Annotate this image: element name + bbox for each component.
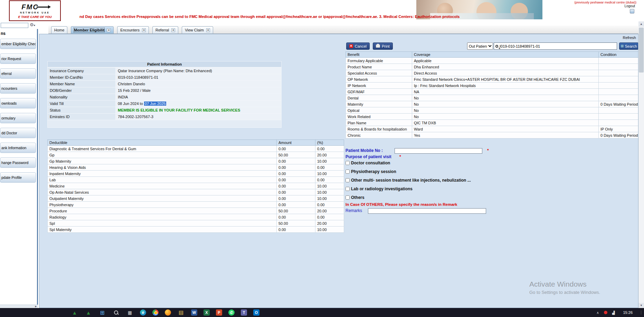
vertical-scrollbar[interactable]: ▲ ▼ xyxy=(638,21,644,308)
tab-bar: Home Member Eligibilit ✕ Encounters ✕ Re… xyxy=(48,26,638,34)
chevron-down-icon: ▾ xyxy=(34,24,35,27)
scrollbar-thumb[interactable] xyxy=(639,28,644,73)
file-explorer-icon[interactable]: ▤ xyxy=(177,309,185,316)
patient-info-empty-row xyxy=(47,120,282,128)
tab-view-claim[interactable]: View Claim ✕ xyxy=(182,26,213,33)
visit-option-checkbox[interactable] xyxy=(345,187,350,191)
logo-tagline: E TAKE CARE OF YOU xyxy=(18,15,51,19)
benefit-row: Chronic Yes 0 Days Waiting Period xyxy=(346,132,638,138)
patient-info-row-emirates: Emirates ID 784-2002-1207567-3 xyxy=(48,114,282,120)
outlook-icon[interactable]: O xyxy=(253,309,259,316)
chrome-icon[interactable] xyxy=(152,309,159,316)
sidebar-item[interactable]: ank Information xyxy=(0,143,36,153)
Diagnostic & Treatment Services For Dental & Gum: Diagnostic & Treatment Services For Dent… xyxy=(48,146,344,152)
taskbar: ▲ ▲ ⊞ ▦ e xyxy=(0,308,644,317)
logo-network-text: NETWORK UAE xyxy=(20,11,50,14)
tab-member-eligibility[interactable]: Member Eligibilit ✕ xyxy=(71,26,114,33)
sidebar-item[interactable]: ncounters xyxy=(0,83,36,94)
whatsapp-icon[interactable]: ✆ xyxy=(228,309,235,316)
sidebar-item[interactable]: rior Request xyxy=(0,54,36,64)
benefit-row: IP Network Ip : Fmc Standard Network Hos… xyxy=(346,83,638,89)
benefit-row: Dental No xyxy=(346,95,638,101)
scroll-down-icon[interactable]: ▼ xyxy=(638,303,644,308)
sidebar-item[interactable]: ownloads xyxy=(0,98,36,108)
logo-arrow-icon xyxy=(37,7,48,8)
network-icon[interactable]: ▟ xyxy=(612,311,615,315)
sidebar-item[interactable]: pdate Profile xyxy=(0,172,36,183)
required-marker: * xyxy=(399,154,401,159)
powerpoint-icon[interactable]: P xyxy=(216,309,222,316)
visit-options: Doctor consultation Physiotherapy sessio… xyxy=(345,161,471,167)
Gp Maternity: Gp Maternity 0.00 10.00 xyxy=(48,158,344,164)
excel-icon[interactable]: X xyxy=(203,309,210,316)
taskbar-search-icon[interactable] xyxy=(112,309,120,316)
desktop-tree-icon[interactable]: ▲ xyxy=(71,309,78,316)
visit-option[interactable]: Physiotherapy session xyxy=(345,169,471,174)
Outpatient Maternity: Outpatient Maternity 0.00 10.00 xyxy=(48,195,344,202)
scroll-right-icon: ► xyxy=(35,305,37,308)
sidebar-item[interactable]: eferral xyxy=(0,68,36,79)
activate-windows-watermark: Activate Windows Go to Settings to activ… xyxy=(529,280,600,295)
print-button[interactable]: Print xyxy=(373,42,393,50)
firefox-icon[interactable] xyxy=(165,309,171,316)
search-button[interactable]: ⊞ Search xyxy=(619,42,638,50)
visit-option-checkbox[interactable] xyxy=(345,195,350,200)
Procedure: Procedure 50.00 20.00 xyxy=(48,208,344,214)
close-icon[interactable]: ✕ xyxy=(107,28,111,32)
action-toolbar: ✕ Cancel Print Out Patient ⊞ Search xyxy=(345,42,638,50)
visit-option-checkbox[interactable] xyxy=(345,161,350,165)
remarks-input[interactable] xyxy=(368,208,486,214)
word-icon[interactable]: W xyxy=(191,309,197,316)
patient-info-row: Nationality INDIA xyxy=(48,94,282,100)
close-icon[interactable]: ✕ xyxy=(171,28,175,32)
sidebar-item[interactable]: ormulary xyxy=(0,113,36,123)
patient-information-table: Insurance Company Qatar Insurance Compan… xyxy=(47,67,282,120)
logout-link[interactable]: Logout xyxy=(624,4,635,8)
valid-till-highlight: 07 Jun 2025 xyxy=(144,102,167,106)
tab-encounters[interactable]: Encounters ✕ xyxy=(117,26,149,33)
scroll-up-icon[interactable]: ▲ xyxy=(638,21,644,27)
sidebar: ns ember Eligibility Check rior Request … xyxy=(0,29,38,308)
visit-option-checkbox[interactable] xyxy=(345,178,350,182)
deductible-table: Deductible Amount (%) Diagnostic & Treat… xyxy=(47,140,344,233)
benefit-row: Maternity No 0 Days Waiting Period xyxy=(346,101,638,107)
taskbar-clock[interactable]: 15:26 xyxy=(619,310,636,315)
teams-icon[interactable]: T xyxy=(241,309,247,316)
settings-gear[interactable]: ⚙▾ xyxy=(30,22,35,27)
patient-type-select[interactable]: Out Patient xyxy=(467,42,493,50)
start-icon[interactable]: ⊞ xyxy=(98,309,106,316)
record-icon[interactable] xyxy=(604,311,607,314)
sidebar-item[interactable]: ember Eligibility Check xyxy=(0,39,36,49)
edge-icon[interactable]: e xyxy=(140,309,146,316)
close-icon[interactable]: ✕ xyxy=(142,28,146,32)
remarks-row: Remarks xyxy=(345,208,362,214)
visit-option-checkbox[interactable] xyxy=(345,170,350,174)
cancel-button[interactable]: ✕ Cancel xyxy=(346,42,370,50)
close-icon[interactable]: ✕ xyxy=(206,28,210,32)
visit-option[interactable]: Lab or radiology investigations xyxy=(345,186,471,191)
facility-note: (previously peshawar medical centre (dub… xyxy=(574,1,636,4)
sidebar-item[interactable]: dd Doctor xyxy=(0,128,36,138)
Radiology: Radiology 0.00 0.00 xyxy=(48,214,344,220)
tab-referral[interactable]: Referral ✕ xyxy=(152,26,178,33)
quick-search-input[interactable] xyxy=(1,23,28,28)
sidebar-horizontal-scrollbar[interactable]: ► xyxy=(0,305,38,308)
member-search-input[interactable] xyxy=(500,44,615,48)
chevron-up-icon[interactable]: ∧ xyxy=(596,311,599,315)
show-desktop-button[interactable] xyxy=(641,310,643,315)
mobile-input[interactable] xyxy=(395,148,482,154)
benefit-row: Work Related No xyxy=(346,114,638,120)
benefit-table: Benefit Coverage Condition Formulary App… xyxy=(345,51,638,138)
tab-home[interactable]: Home xyxy=(51,26,67,33)
benefit-row: OP Network Fmc Standard Network Clinics+… xyxy=(346,76,638,83)
sidebar-item[interactable]: hange Password xyxy=(0,157,36,168)
refresh-link[interactable]: Refresh xyxy=(623,36,636,40)
visit-option[interactable]: Doctor consultation xyxy=(345,161,471,165)
visit-option[interactable]: Others xyxy=(345,195,471,200)
desktop-tree-icon-2[interactable]: ▲ xyxy=(85,309,92,316)
logout-icon[interactable] xyxy=(630,9,634,13)
patient-info-row: Member Name Christen Danelo xyxy=(48,81,282,87)
task-view-icon[interactable]: ▦ xyxy=(126,309,134,316)
visit-option[interactable]: Other multi- session treatment like inje… xyxy=(345,178,471,183)
Op Ante-Natal Services: Op Ante-Natal Services 0.00 10.00 xyxy=(48,189,344,195)
